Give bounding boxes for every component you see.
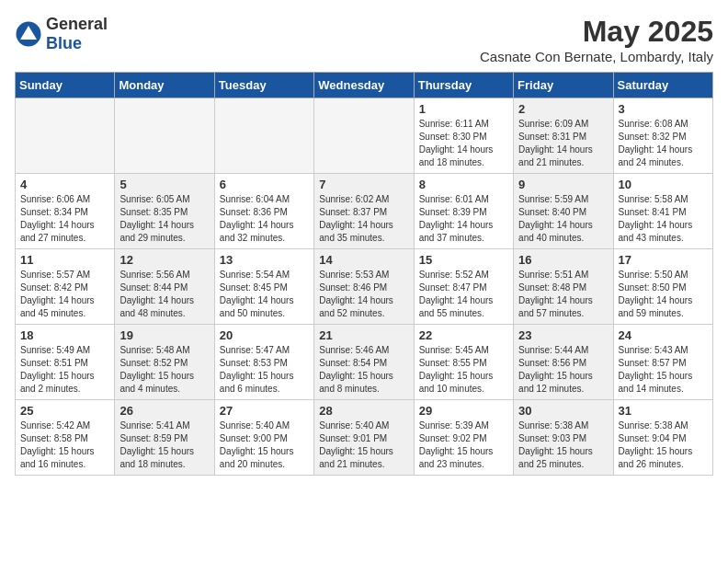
day-number: 24: [619, 328, 708, 342]
day-number: 19: [119, 328, 209, 342]
logo-icon: [15, 20, 42, 48]
calendar-cell: 14Sunrise: 5:53 AM Sunset: 8:46 PM Dayli…: [314, 249, 414, 325]
day-info: Sunrise: 6:01 AM Sunset: 8:39 PM Dayligh…: [419, 193, 508, 245]
calendar-header-row: SundayMondayTuesdayWednesdayThursdayFrid…: [16, 73, 713, 98]
day-number: 4: [20, 178, 109, 191]
calendar-cell: 30Sunrise: 5:38 AM Sunset: 9:03 PM Dayli…: [514, 400, 613, 476]
calendar-cell: 7Sunrise: 6:02 AM Sunset: 8:37 PM Daylig…: [314, 174, 414, 249]
calendar-cell: 22Sunrise: 5:45 AM Sunset: 8:55 PM Dayli…: [414, 325, 513, 400]
day-info: Sunrise: 6:02 AM Sunset: 8:37 PM Dayligh…: [319, 193, 408, 245]
calendar-cell: 12Sunrise: 5:56 AM Sunset: 8:44 PM Dayli…: [115, 249, 214, 325]
calendar-cell: 11Sunrise: 5:57 AM Sunset: 8:42 PM Dayli…: [16, 249, 115, 325]
day-header-wednesday: Wednesday: [314, 73, 414, 98]
month-title: May 2025: [480, 15, 713, 49]
day-info: Sunrise: 5:56 AM Sunset: 8:44 PM Dayligh…: [119, 269, 209, 320]
day-number: 29: [419, 404, 508, 418]
day-number: 1: [419, 102, 508, 116]
day-info: Sunrise: 5:38 AM Sunset: 9:04 PM Dayligh…: [619, 419, 708, 471]
calendar-cell: 13Sunrise: 5:54 AM Sunset: 8:45 PM Dayli…: [214, 249, 313, 325]
day-number: 5: [119, 178, 209, 191]
day-header-thursday: Thursday: [414, 73, 513, 98]
day-info: Sunrise: 6:09 AM Sunset: 8:31 PM Dayligh…: [518, 118, 608, 169]
day-info: Sunrise: 5:46 AM Sunset: 8:54 PM Dayligh…: [319, 344, 408, 396]
calendar-week-3: 18Sunrise: 5:49 AM Sunset: 8:51 PM Dayli…: [16, 325, 713, 400]
calendar-cell: 29Sunrise: 5:39 AM Sunset: 9:02 PM Dayli…: [414, 400, 513, 476]
day-number: 7: [319, 178, 408, 191]
day-info: Sunrise: 5:38 AM Sunset: 9:03 PM Dayligh…: [518, 419, 608, 471]
calendar-cell: [16, 98, 115, 174]
calendar-cell: 26Sunrise: 5:41 AM Sunset: 8:59 PM Dayli…: [115, 400, 214, 476]
day-info: Sunrise: 5:44 AM Sunset: 8:56 PM Dayligh…: [518, 344, 608, 396]
day-header-friday: Friday: [514, 73, 613, 98]
calendar-cell: 25Sunrise: 5:42 AM Sunset: 8:58 PM Dayli…: [16, 400, 115, 476]
day-info: Sunrise: 5:52 AM Sunset: 8:47 PM Dayligh…: [419, 269, 508, 320]
day-number: 10: [619, 178, 708, 191]
day-number: 18: [20, 328, 109, 342]
day-info: Sunrise: 5:51 AM Sunset: 8:48 PM Dayligh…: [518, 269, 608, 320]
day-header-saturday: Saturday: [613, 73, 712, 98]
day-info: Sunrise: 6:04 AM Sunset: 8:36 PM Dayligh…: [220, 193, 309, 245]
day-header-monday: Monday: [115, 73, 214, 98]
day-info: Sunrise: 5:47 AM Sunset: 8:53 PM Dayligh…: [220, 344, 309, 396]
day-info: Sunrise: 6:08 AM Sunset: 8:32 PM Dayligh…: [619, 118, 708, 169]
day-number: 31: [619, 404, 708, 418]
calendar-cell: 10Sunrise: 5:58 AM Sunset: 8:41 PM Dayli…: [613, 174, 712, 249]
calendar-body: 1Sunrise: 6:11 AM Sunset: 8:30 PM Daylig…: [16, 98, 713, 476]
day-number: 22: [419, 328, 508, 342]
day-info: Sunrise: 5:43 AM Sunset: 8:57 PM Dayligh…: [619, 344, 708, 396]
calendar-cell: 17Sunrise: 5:50 AM Sunset: 8:50 PM Dayli…: [613, 249, 712, 325]
calendar-week-4: 25Sunrise: 5:42 AM Sunset: 8:58 PM Dayli…: [16, 400, 713, 476]
calendar-cell: 24Sunrise: 5:43 AM Sunset: 8:57 PM Dayli…: [613, 325, 712, 400]
day-number: 21: [319, 328, 408, 342]
logo-general: General: [46, 15, 108, 33]
calendar-cell: [314, 98, 414, 174]
calendar-cell: 21Sunrise: 5:46 AM Sunset: 8:54 PM Dayli…: [314, 325, 414, 400]
day-number: 8: [419, 178, 508, 191]
day-number: 14: [319, 253, 408, 267]
calendar-week-0: 1Sunrise: 6:11 AM Sunset: 8:30 PM Daylig…: [16, 98, 713, 174]
calendar-cell: 5Sunrise: 6:05 AM Sunset: 8:35 PM Daylig…: [115, 174, 214, 249]
calendar-cell: [115, 98, 214, 174]
day-info: Sunrise: 5:58 AM Sunset: 8:41 PM Dayligh…: [619, 193, 708, 245]
day-number: 30: [518, 404, 608, 418]
day-number: 11: [20, 253, 109, 267]
calendar-cell: 4Sunrise: 6:06 AM Sunset: 8:34 PM Daylig…: [16, 174, 115, 249]
calendar-table: SundayMondayTuesdayWednesdayThursdayFrid…: [15, 72, 713, 476]
location-title: Casnate Con Bernate, Lombardy, Italy: [480, 49, 713, 64]
logo: General Blue: [15, 15, 108, 53]
day-info: Sunrise: 6:06 AM Sunset: 8:34 PM Dayligh…: [20, 193, 109, 245]
calendar-cell: 2Sunrise: 6:09 AM Sunset: 8:31 PM Daylig…: [514, 98, 613, 174]
calendar-cell: 23Sunrise: 5:44 AM Sunset: 8:56 PM Dayli…: [514, 325, 613, 400]
calendar-cell: 15Sunrise: 5:52 AM Sunset: 8:47 PM Dayli…: [414, 249, 513, 325]
day-info: Sunrise: 5:49 AM Sunset: 8:51 PM Dayligh…: [20, 344, 109, 396]
calendar-cell: 3Sunrise: 6:08 AM Sunset: 8:32 PM Daylig…: [613, 98, 712, 174]
header-area: General Blue May 2025 Casnate Con Bernat…: [15, 15, 713, 64]
day-number: 23: [518, 328, 608, 342]
day-info: Sunrise: 5:53 AM Sunset: 8:46 PM Dayligh…: [319, 269, 408, 320]
calendar-week-2: 11Sunrise: 5:57 AM Sunset: 8:42 PM Dayli…: [16, 249, 713, 325]
day-info: Sunrise: 5:54 AM Sunset: 8:45 PM Dayligh…: [220, 269, 309, 320]
day-number: 17: [619, 253, 708, 267]
day-number: 9: [518, 178, 608, 191]
day-number: 15: [419, 253, 508, 267]
day-header-sunday: Sunday: [16, 73, 115, 98]
day-number: 6: [220, 178, 309, 191]
day-info: Sunrise: 5:50 AM Sunset: 8:50 PM Dayligh…: [619, 269, 708, 320]
title-area: May 2025 Casnate Con Bernate, Lombardy, …: [480, 15, 713, 64]
day-number: 27: [220, 404, 309, 418]
calendar-cell: 31Sunrise: 5:38 AM Sunset: 9:04 PM Dayli…: [613, 400, 712, 476]
day-number: 2: [518, 102, 608, 116]
day-number: 13: [220, 253, 309, 267]
calendar-cell: 16Sunrise: 5:51 AM Sunset: 8:48 PM Dayli…: [514, 249, 613, 325]
day-info: Sunrise: 5:45 AM Sunset: 8:55 PM Dayligh…: [419, 344, 508, 396]
day-info: Sunrise: 5:39 AM Sunset: 9:02 PM Dayligh…: [419, 419, 508, 471]
calendar-cell: [214, 98, 313, 174]
calendar-cell: 19Sunrise: 5:48 AM Sunset: 8:52 PM Dayli…: [115, 325, 214, 400]
day-number: 16: [518, 253, 608, 267]
calendar-cell: 27Sunrise: 5:40 AM Sunset: 9:00 PM Dayli…: [214, 400, 313, 476]
calendar-cell: 1Sunrise: 6:11 AM Sunset: 8:30 PM Daylig…: [414, 98, 513, 174]
day-number: 26: [119, 404, 209, 418]
calendar-cell: 8Sunrise: 6:01 AM Sunset: 8:39 PM Daylig…: [414, 174, 513, 249]
day-info: Sunrise: 5:41 AM Sunset: 8:59 PM Dayligh…: [119, 419, 209, 471]
day-info: Sunrise: 5:40 AM Sunset: 9:00 PM Dayligh…: [220, 419, 309, 471]
